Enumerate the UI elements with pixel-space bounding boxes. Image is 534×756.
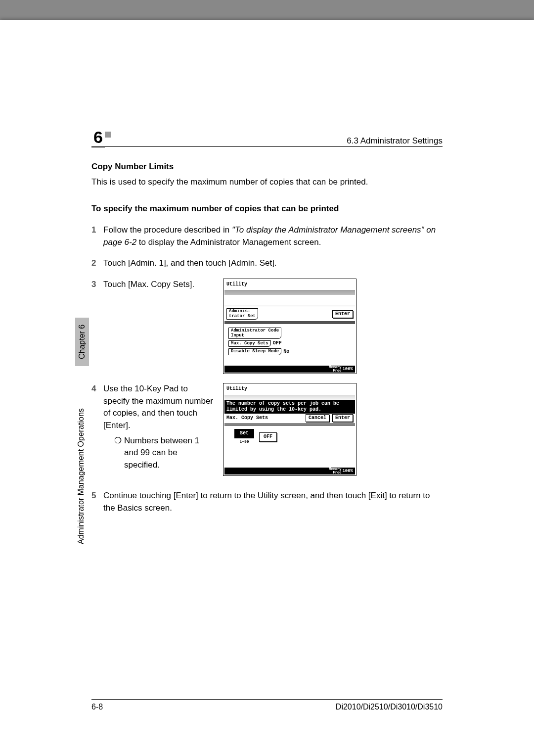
lcd-row-admin-code: Administrator Code Input <box>226 327 353 339</box>
topic-heading: Copy Number Limits <box>91 161 443 173</box>
lcd-enter-button: Enter <box>332 414 353 423</box>
lcd-decoration <box>224 321 355 324</box>
lcd-message: The number of copy sets per job can be l… <box>224 400 355 414</box>
side-chapter-tab: Chapter 6 <box>75 318 89 366</box>
lcd-memory-value: 100% <box>342 468 353 474</box>
step-text: Use the 10-Key Pad to specify the maximu… <box>103 383 215 471</box>
lcd-value-max-copy: OFF <box>273 340 282 347</box>
lcd-row-disable-sleep: Disable Sleep Mode No <box>226 348 353 356</box>
chapter-number: 6 <box>91 129 105 147</box>
step-text: Continue touching [Enter] to return to t… <box>103 490 443 514</box>
step-left-col: 4 Use the 10-Key Pad to specify the maxi… <box>91 383 215 471</box>
lcd-memory-label: Memory Free <box>329 366 341 373</box>
lcd-decoration <box>224 289 355 294</box>
side-chapter-title: Administrator Management Operations <box>77 408 86 544</box>
lcd-screenshot-max-copy-sets: Utility The number of copy sets per job … <box>223 383 356 476</box>
lcd-set-row: Set 1~99 OFF <box>226 428 353 446</box>
lcd-screenshot-admin-set: Utility Adminis- trator Set Enter Admini… <box>223 279 356 374</box>
section-heading: 6.3 Administrator Settings <box>347 136 443 147</box>
step-text: Touch [Admin. 1], and then touch [Admin.… <box>103 257 443 270</box>
lcd-decoration <box>224 423 355 426</box>
step-text-body: Use the 10-Key Pad to specify the maximu… <box>103 384 213 430</box>
bullet-icon: ❍ <box>114 435 124 472</box>
footer-model: Di2010/Di2510/Di3010/Di3510 <box>336 703 443 711</box>
page-header: 6 6.3 Administrator Settings <box>91 129 443 147</box>
step-1: 1 Follow the procedure described in "To … <box>91 224 443 248</box>
procedure-heading: To specify the maximum number of copies … <box>91 203 443 215</box>
step-3: 3 Touch [Max. Copy Sets]. Utility Admini… <box>91 279 443 374</box>
lcd-tab-row: Adminis- trator Set Enter <box>224 308 355 320</box>
lcd-memory-value: 100% <box>342 366 353 373</box>
step-text-suffix: to display the Administrator Management … <box>136 237 321 247</box>
lcd-button-admin-code-input: Administrator Code Input <box>228 328 281 339</box>
header-rule <box>100 146 443 147</box>
lcd-title: Utility <box>224 280 355 289</box>
lcd-enter-button: Enter <box>332 310 353 319</box>
lcd-action-row: Max. Copy Sets Cancel Enter <box>224 414 355 423</box>
page-footer: 6-8 Di2010/Di2510/Di3010/Di3510 <box>91 699 443 711</box>
step-5: 5 Continue touching [Enter] to return to… <box>91 490 443 514</box>
step-text: Follow the procedure described in "To di… <box>103 224 443 248</box>
step-2: 2 Touch [Admin. 1], and then touch [Admi… <box>91 257 443 270</box>
page-content: Copy Number Limits This is used to speci… <box>91 161 443 514</box>
lcd-memory-label: Memory Free <box>329 468 341 474</box>
lcd-memory-status: Memory Free 100% <box>224 468 355 474</box>
lcd-cancel-button: Cancel <box>306 414 329 423</box>
lcd-decoration <box>224 394 355 399</box>
lcd-set-button: Set 1~99 <box>234 429 254 445</box>
lcd-decoration <box>224 304 355 307</box>
lcd-memory-status: Memory Free 100% <box>224 366 355 373</box>
lcd-title: Utility <box>224 384 355 394</box>
step-4: 4 Use the 10-Key Pad to specify the maxi… <box>91 383 443 476</box>
lcd-button-disable-sleep: Disable Sleep Mode <box>228 348 281 355</box>
step-number: 5 <box>91 490 103 502</box>
step-number: 3 <box>91 279 103 291</box>
lcd-tab-admin-set: Adminis- trator Set <box>226 308 258 320</box>
step-number: 2 <box>91 257 103 270</box>
step-number: 4 <box>91 383 103 471</box>
lcd-button-max-copy-sets: Max. Copy Sets <box>228 340 271 347</box>
step-sub-bullet: ❍ Numbers between 1 and 99 can be specif… <box>114 435 215 472</box>
side-chapter-label: Chapter 6 <box>75 318 89 366</box>
step-text: Touch [Max. Copy Sets]. <box>103 279 215 291</box>
lcd-off-button: OFF <box>259 432 277 442</box>
intro-paragraph: This is used to specify the maximum numb… <box>91 176 443 189</box>
lcd-row-max-copy-sets: Max. Copy Sets OFF <box>226 339 353 348</box>
step-text-prefix: Follow the procedure described in <box>103 225 232 235</box>
lcd-value-disable-sleep: No <box>283 348 289 356</box>
step-number: 1 <box>91 224 103 236</box>
document-page: 6 6.3 Administrator Settings Copy Number… <box>0 20 534 756</box>
step-left-col: 3 Touch [Max. Copy Sets]. <box>91 279 215 291</box>
footer-page-number: 6-8 <box>91 703 103 711</box>
bullet-text: Numbers between 1 and 99 can be specifie… <box>124 435 215 472</box>
lcd-label-max-copy-sets: Max. Copy Sets <box>226 415 268 422</box>
